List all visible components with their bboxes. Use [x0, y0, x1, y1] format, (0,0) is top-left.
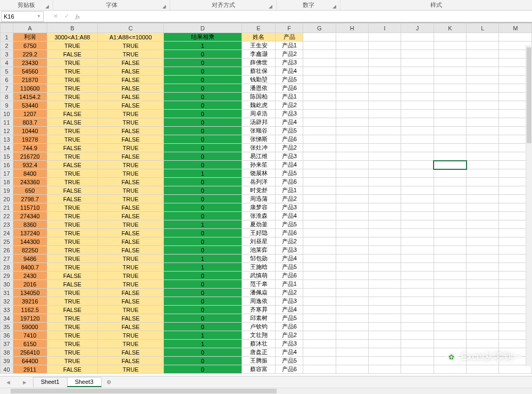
cell[interactable]	[467, 365, 499, 374]
cell[interactable]: TRUE	[47, 135, 98, 144]
cell[interactable]: 康梦容	[242, 203, 276, 212]
cell[interactable]: 115710	[13, 203, 47, 212]
name-box[interactable]: K16 ▼	[1, 11, 44, 22]
cell[interactable]	[401, 93, 434, 101]
column-header-C[interactable]: C	[98, 23, 164, 33]
row-header[interactable]: 9	[1, 101, 13, 110]
cell[interactable]: 张灶冲	[242, 144, 276, 152]
cell[interactable]: 结果相乘	[163, 33, 242, 42]
cell[interactable]: 汤辟邦	[242, 118, 276, 127]
cell[interactable]: 1162.5	[13, 306, 47, 314]
cell[interactable]	[467, 118, 499, 127]
cell[interactable]	[303, 84, 336, 93]
cell[interactable]: FALSE	[98, 237, 164, 246]
cell[interactable]: TRUE	[98, 365, 164, 374]
cell[interactable]: 1207	[13, 110, 47, 118]
cell[interactable]: 0	[163, 297, 242, 306]
cell[interactable]: 产品6	[276, 323, 303, 331]
cell[interactable]: FALSE	[98, 127, 164, 135]
cell[interactable]	[368, 76, 401, 84]
cell[interactable]: 8400.7	[13, 263, 47, 272]
cell[interactable]	[303, 144, 336, 152]
cell[interactable]	[401, 220, 434, 229]
cell[interactable]	[336, 272, 368, 280]
cell[interactable]: 1	[163, 169, 242, 178]
cell[interactable]: 3000<A1:A88	[47, 33, 98, 42]
cell[interactable]	[336, 331, 368, 340]
cell[interactable]: 0	[163, 323, 242, 331]
cell[interactable]: TRUE	[47, 76, 98, 84]
cell[interactable]	[434, 50, 466, 59]
cell[interactable]: 2798.7	[13, 195, 47, 203]
cell[interactable]	[434, 76, 466, 84]
cell[interactable]: FALSE	[47, 144, 98, 152]
cell[interactable]: FALSE	[98, 297, 164, 306]
cell[interactable]: FALSE	[98, 212, 164, 220]
cell[interactable]	[303, 110, 336, 118]
cell[interactable]	[303, 229, 336, 237]
cell[interactable]	[336, 263, 368, 272]
spreadsheet-grid[interactable]: ABCDEFGHIJKLM1利润3000<A1:A88A1:A88<=10000…	[0, 23, 532, 374]
cell[interactable]: 19278	[13, 135, 47, 144]
cell[interactable]: TRUE	[47, 203, 98, 212]
vertical-scrollbar[interactable]	[526, 45, 532, 366]
cell[interactable]	[434, 237, 466, 246]
cell[interactable]: 1	[163, 331, 242, 340]
cell[interactable]	[434, 169, 466, 178]
cell[interactable]	[401, 144, 434, 152]
cell[interactable]	[368, 101, 401, 110]
cell[interactable]: 李鑫灏	[242, 50, 276, 59]
cell[interactable]: TRUE	[47, 67, 98, 76]
row-header[interactable]: 40	[1, 365, 13, 374]
formula-input[interactable]	[88, 11, 532, 22]
cell[interactable]	[434, 33, 466, 42]
cell[interactable]	[368, 42, 401, 50]
cell[interactable]: 21870	[13, 76, 47, 84]
cell[interactable]	[434, 93, 466, 101]
row-header[interactable]: 37	[1, 340, 13, 348]
tab-nav-prev-icon[interactable]: ◄	[0, 379, 16, 385]
cell[interactable]: 易江维	[242, 152, 276, 161]
cell[interactable]	[368, 246, 401, 255]
cell[interactable]: 0	[163, 101, 242, 110]
cell[interactable]	[467, 84, 499, 93]
cell[interactable]	[368, 59, 401, 67]
cell[interactable]: TRUE	[98, 272, 164, 280]
row-header[interactable]: 8	[1, 93, 13, 101]
cell[interactable]: 产品4	[276, 67, 303, 76]
column-header-M[interactable]: M	[499, 23, 532, 33]
cell[interactable]	[434, 186, 466, 195]
cell[interactable]	[434, 289, 466, 297]
cell[interactable]: 803.7	[13, 118, 47, 127]
cell[interactable]	[336, 42, 368, 50]
row-header[interactable]: 18	[1, 178, 13, 186]
cell[interactable]	[467, 323, 499, 331]
cell[interactable]: FALSE	[47, 50, 98, 59]
cell[interactable]: TRUE	[47, 220, 98, 229]
cell[interactable]	[434, 340, 466, 348]
cell[interactable]	[467, 144, 499, 152]
cell[interactable]: TRUE	[98, 195, 164, 203]
dialog-launcher-icon[interactable]: ◢	[162, 4, 169, 10]
cell[interactable]	[401, 212, 434, 220]
cell[interactable]	[401, 169, 434, 178]
cell[interactable]: TRUE	[47, 340, 98, 348]
row-header[interactable]: 12	[1, 127, 13, 135]
cell[interactable]	[303, 237, 336, 246]
cell[interactable]: 14154.2	[13, 93, 47, 101]
cell[interactable]: FALSE	[98, 357, 164, 365]
cell[interactable]	[336, 144, 368, 152]
row-header[interactable]: 21	[1, 203, 13, 212]
cell[interactable]	[434, 323, 466, 331]
cell[interactable]	[303, 263, 336, 272]
cell[interactable]	[499, 33, 532, 42]
row-header[interactable]: 32	[1, 297, 13, 306]
cell[interactable]: 池莱弈	[242, 246, 276, 255]
cell[interactable]: 0	[163, 229, 242, 237]
column-header-A[interactable]: A	[13, 23, 47, 33]
cell[interactable]	[336, 340, 368, 348]
cell[interactable]: 产品3	[276, 59, 303, 67]
cell[interactable]: 1	[163, 255, 242, 263]
cell[interactable]	[434, 263, 466, 272]
cell[interactable]	[401, 178, 434, 186]
